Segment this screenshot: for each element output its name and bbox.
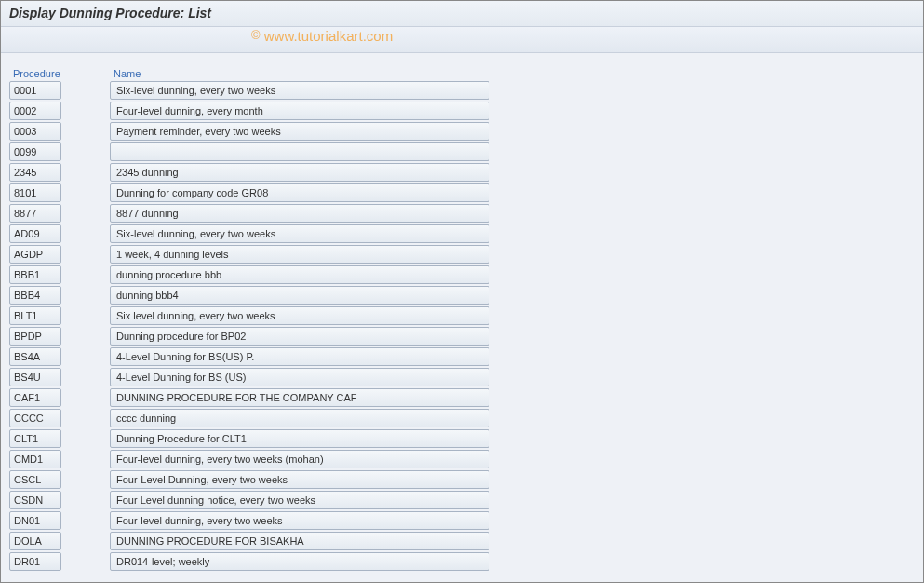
table-row: DN01Four-level dunning, every two weeks [9,511,915,531]
table-row: 0002Four-level dunning, every month [9,102,915,121]
procedure-cell[interactable]: BS4U [9,368,61,386]
table-row: BPDPDunning procedure for BP02 [9,327,915,346]
table-row: 0099 [9,142,915,162]
table-row: BS4A4-Level Dunning for BS(US) P. [9,347,915,367]
header-procedure[interactable]: Procedure [11,68,102,79]
name-cell[interactable]: 4-Level Dunning for BS(US) P. [110,347,489,366]
name-cell[interactable]: Four-level dunning, every two weeks [110,511,489,530]
procedure-cell[interactable]: DN01 [9,511,61,530]
table-row: BBB1dunning procedure bbb [9,265,915,285]
name-cell[interactable]: Dunning Procedure for CLT1 [110,429,489,448]
name-cell[interactable]: dunning bbb4 [110,286,489,305]
procedure-cell[interactable]: BBB4 [9,286,61,305]
procedure-cell[interactable]: BS4A [9,347,61,366]
table-row: CCCCcccc dunning [9,409,915,428]
procedure-cell[interactable]: 8877 [9,204,61,223]
name-cell[interactable]: 8877 dunning [110,204,489,223]
table-row: BLT1Six level dunning, every two weeks [9,306,915,326]
table-row: BS4U4-Level Dunning for BS (US) [9,368,915,387]
table-row: DOLADUNNING PROCEDURE FOR BISAKHA [9,532,915,551]
procedure-cell[interactable]: BPDP [9,327,61,346]
table-row: 8101Dunning for company code GR08 [9,183,915,203]
procedure-cell[interactable]: 0099 [9,142,61,161]
column-headers: Procedure Name [9,68,915,79]
name-cell[interactable]: DUNNING PROCEDURE FOR BISAKHA [110,532,489,550]
name-cell[interactable]: dunning procedure bbb [110,265,489,284]
page-title-bar: Display Dunning Procedure: List [0,0,924,27]
name-cell[interactable]: Six-level dunning, every two weeks [110,81,489,100]
table-row: 88778877 dunning [9,204,915,224]
table-row: CMD1Four-level dunning, every two weeks … [9,450,915,469]
procedure-cell[interactable]: CSDN [9,491,61,509]
name-cell[interactable]: Four-Level Dunning, every two weeks [110,470,489,489]
name-cell[interactable]: Four-level dunning, every two weeks (moh… [110,450,489,468]
header-name[interactable]: Name [102,68,475,79]
procedure-cell[interactable]: DR01 [9,552,61,571]
name-cell[interactable]: Four-level dunning, every month [110,102,489,120]
name-cell[interactable]: 1 week, 4 dunning levels [110,245,489,264]
name-cell[interactable] [110,142,489,161]
name-cell[interactable]: Dunning procedure for BP02 [110,327,489,346]
procedure-cell[interactable]: 8101 [9,183,61,202]
table-row: AD09Six-level dunning, every two weeks [9,224,915,244]
procedure-cell[interactable]: BLT1 [9,306,61,325]
table-row: CSDNFour Level dunning notice, every two… [9,491,915,510]
table-row: AGDP1 week, 4 dunning levels [9,245,915,264]
name-cell[interactable]: DUNNING PROCEDURE FOR THE COMPANY CAF [110,388,489,407]
procedure-cell[interactable]: AD09 [9,224,61,243]
page-title: Display Dunning Procedure: List [9,6,211,20]
procedure-cell[interactable]: CAF1 [9,388,61,407]
procedure-cell[interactable]: 0001 [9,81,61,100]
table-row: BBB4dunning bbb4 [9,286,915,305]
procedure-cell[interactable]: CMD1 [9,450,61,468]
name-cell[interactable]: 2345 dunning [110,163,489,182]
rows-container: 0001Six-level dunning, every two weeks00… [9,81,915,572]
name-cell[interactable]: Six level dunning, every two weeks [110,306,489,325]
procedure-cell[interactable]: 0003 [9,122,61,141]
name-cell[interactable]: Dunning for company code GR08 [110,183,489,202]
table-row: CLT1Dunning Procedure for CLT1 [9,429,915,449]
procedure-cell[interactable]: DOLA [9,532,61,550]
toolbar [0,27,924,53]
procedure-cell[interactable]: AGDP [9,245,61,264]
table-row: CAF1DUNNING PROCEDURE FOR THE COMPANY CA… [9,388,915,408]
table-row: 2345 2345 dunning [9,163,915,183]
content-area: Procedure Name 0001Six-level dunning, ev… [0,53,924,583]
table-row: 0003Payment reminder, every two weeks [9,122,915,142]
name-cell[interactable]: cccc dunning [110,409,489,427]
procedure-cell[interactable]: CSCL [9,470,61,489]
name-cell[interactable]: DR014-level; weekly [110,552,489,571]
procedure-cell[interactable]: 0002 [9,102,61,120]
procedure-cell[interactable]: CLT1 [9,429,61,448]
name-cell[interactable]: 4-Level Dunning for BS (US) [110,368,489,386]
table-row: DR01DR014-level; weekly [9,552,915,572]
procedure-cell[interactable]: 2345 [9,163,61,182]
procedure-cell[interactable]: CCCC [9,409,61,427]
table-row: 0001Six-level dunning, every two weeks [9,81,915,101]
table-row: CSCLFour-Level Dunning, every two weeks [9,470,915,490]
name-cell[interactable]: Four Level dunning notice, every two wee… [110,491,489,509]
name-cell[interactable]: Payment reminder, every two weeks [110,122,489,141]
name-cell[interactable]: Six-level dunning, every two weeks [110,224,489,243]
procedure-cell[interactable]: BBB1 [9,265,61,284]
